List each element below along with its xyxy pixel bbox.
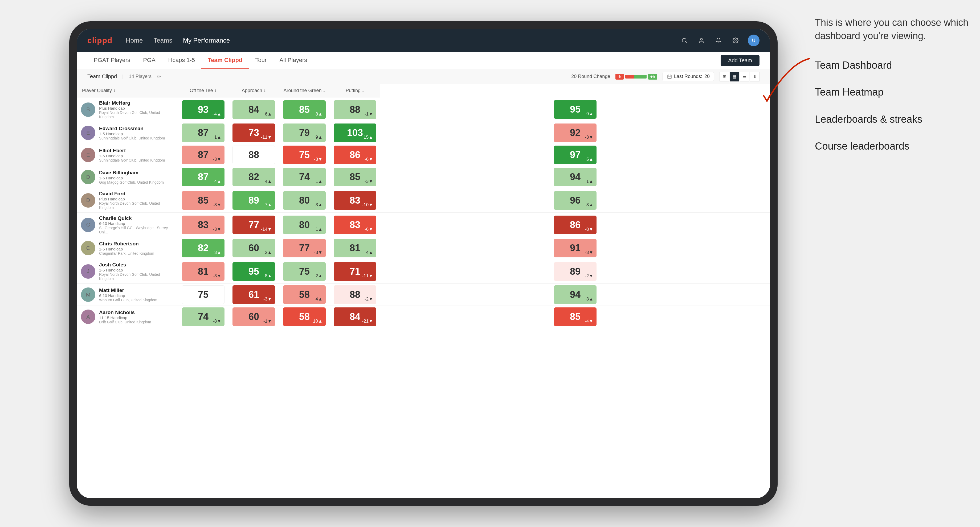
score-cell-7-3: 71-11▼ <box>330 259 380 284</box>
player-cell-0: BBlair McHargPlus HandicapRoyal North De… <box>77 97 178 122</box>
score-change: 1▲ <box>316 227 323 232</box>
score-value: 83 <box>350 220 360 230</box>
score-cell-8-1: 61-3▼ <box>229 284 279 306</box>
score-change: -14▼ <box>261 227 272 232</box>
round-change-label: 20 Round Change <box>571 74 610 79</box>
table-row[interactable]: BBlair McHargPlus HandicapRoyal North De… <box>77 97 770 122</box>
score-cell-3-1: 824▲ <box>229 166 279 188</box>
score-cell-6-3: 814▲ <box>330 237 380 259</box>
score-change: -8▼ <box>585 227 593 232</box>
svg-line-1 <box>686 41 687 43</box>
player-club: Sunningdale Golf Club, United Kingdom <box>99 136 165 140</box>
player-name: Elliot Ebert <box>99 148 165 154</box>
tab-team-clippd[interactable]: Team Clippd <box>201 52 249 69</box>
score-cell-7-4: 89-2▼ <box>380 259 770 284</box>
player-club: St. George's Hill GC - Weybridge - Surre… <box>99 226 173 234</box>
tab-pgat-players[interactable]: PGAT Players <box>88 52 137 69</box>
score-cell-4-0: 85-3▼ <box>178 188 229 213</box>
table-row[interactable]: EElliot Ebert1-5 HandicapSunningdale Gol… <box>77 144 770 166</box>
score-value: 77 <box>248 220 259 230</box>
player-cell-5: CCharlie Quick6-10 HandicapSt. George's … <box>77 213 178 237</box>
col-header-off-tee[interactable]: Off the Tee ↓ <box>178 84 229 97</box>
main-content: Player Quality ↓ Off the Tee ↓ Approach … <box>77 84 770 498</box>
table-row[interactable]: EEdward Crossman1-5 HandicapSunningdale … <box>77 122 770 144</box>
table-row[interactable]: DDavid FordPlus HandicapRoyal North Devo… <box>77 188 770 213</box>
score-cell-3-0: 874▲ <box>178 166 229 188</box>
grid-view-button[interactable]: ⊞ <box>719 72 729 81</box>
table-row[interactable]: JJosh Coles1-5 HandicapRoyal North Devon… <box>77 259 770 284</box>
score-cell-9-2: 5810▲ <box>279 306 330 328</box>
edit-team-icon[interactable]: ✏ <box>157 74 161 79</box>
change-positive: +5 <box>648 74 657 79</box>
player-handicap: 6-10 Handicap <box>99 221 173 226</box>
score-cell-9-4: 85-4▼ <box>380 306 770 328</box>
nav-teams[interactable]: Teams <box>153 37 172 44</box>
score-change: 10▲ <box>313 319 323 324</box>
score-cell-6-0: 823▲ <box>178 237 229 259</box>
nav-my-performance[interactable]: My Performance <box>183 37 230 44</box>
player-club: Sunningdale Golf Club, United Kingdom <box>99 158 165 162</box>
settings-icon[interactable] <box>731 36 740 45</box>
score-cell-2-3: 86-6▼ <box>330 144 380 166</box>
score-value: 88 <box>350 290 360 300</box>
tab-pga[interactable]: PGA <box>137 52 162 69</box>
search-icon[interactable] <box>679 36 689 45</box>
player-cell-2: EElliot Ebert1-5 HandicapSunningdale Gol… <box>77 144 178 166</box>
table-row[interactable]: MMatt Miller6-10 HandicapWoburn Golf Clu… <box>77 284 770 306</box>
score-value: 58 <box>299 312 310 322</box>
score-cell-3-3: 85-3▼ <box>330 166 380 188</box>
player-cell-8: MMatt Miller6-10 HandicapWoburn Golf Clu… <box>77 284 178 306</box>
score-value: 60 <box>248 243 259 253</box>
score-change: 5▲ <box>586 157 593 162</box>
user-icon[interactable] <box>697 36 706 45</box>
score-cell-2-0: 87-3▼ <box>178 144 229 166</box>
score-change: -3▼ <box>314 250 323 255</box>
score-cell-7-1: 958▲ <box>229 259 279 284</box>
top-nav: clippd Home Teams My Performance <box>77 29 770 52</box>
score-change: -3▼ <box>213 227 221 232</box>
col-header-putting[interactable]: Putting ↓ <box>330 84 380 97</box>
score-value: 85 <box>299 105 310 114</box>
table-row[interactable]: CCharlie Quick6-10 HandicapSt. George's … <box>77 213 770 237</box>
player-cell-6: CChris Robertson1-5 HandicapCraigmillar … <box>77 237 178 259</box>
score-value: 80 <box>299 220 310 230</box>
score-change: -3▼ <box>213 202 221 208</box>
tab-tour[interactable]: Tour <box>249 52 273 69</box>
score-change: -2▼ <box>364 297 373 302</box>
last-rounds-button[interactable]: Last Rounds: 20 <box>663 72 714 81</box>
score-cell-1-3: 10315▲ <box>330 122 380 144</box>
score-value: 74 <box>198 312 208 322</box>
annotation-leaderboards: Leaderboards & streaks <box>815 113 969 126</box>
table-row[interactable]: AAaron Nicholls11-15 HandicapDrift Golf … <box>77 306 770 328</box>
table-row[interactable]: CChris Robertson1-5 HandicapCraigmillar … <box>77 237 770 259</box>
col-header-approach[interactable]: Approach ↓ <box>229 84 279 97</box>
score-cell-2-2: 75-3▼ <box>279 144 330 166</box>
score-cell-5-0: 83-3▼ <box>178 213 229 237</box>
score-change: -6▼ <box>364 227 373 232</box>
score-value: 81 <box>350 243 360 253</box>
arrow-annotation <box>735 53 815 122</box>
player-club: Gog Magog Golf Club, United Kingdom <box>99 180 164 184</box>
tab-hcaps[interactable]: Hcaps 1-5 <box>162 52 201 69</box>
player-handicap: 1-5 Handicap <box>99 132 165 136</box>
table-row[interactable]: DDave Billingham1-5 HandicapGog Magog Go… <box>77 166 770 188</box>
annotation-course-leaderboards: Course leaderboards <box>815 140 969 153</box>
tab-all-players[interactable]: All Players <box>273 52 313 69</box>
player-handicap: 1-5 Handicap <box>99 176 164 180</box>
player-club: Royal North Devon Golf Club, United King… <box>99 272 173 281</box>
score-change: 3▲ <box>215 250 221 255</box>
score-value: 75 <box>299 150 310 160</box>
player-handicap: 6-10 Handicap <box>99 293 157 298</box>
score-cell-5-2: 801▲ <box>279 213 330 237</box>
col-header-around-green[interactable]: Around the Green ↓ <box>279 84 330 97</box>
col-header-player: Player Quality ↓ <box>77 84 178 97</box>
user-avatar[interactable]: U <box>748 35 759 46</box>
score-value: 96 <box>570 195 581 205</box>
score-change: 4▲ <box>215 179 221 184</box>
score-cell-7-0: 81-3▼ <box>178 259 229 284</box>
score-cell-0-3: 88-1▼ <box>330 97 380 122</box>
score-cell-8-0: 75 <box>178 284 229 306</box>
nav-home[interactable]: Home <box>126 37 143 44</box>
annotation-list: Team Dashboard Team Heatmap Leaderboards… <box>815 59 969 153</box>
bell-icon[interactable] <box>714 36 723 45</box>
